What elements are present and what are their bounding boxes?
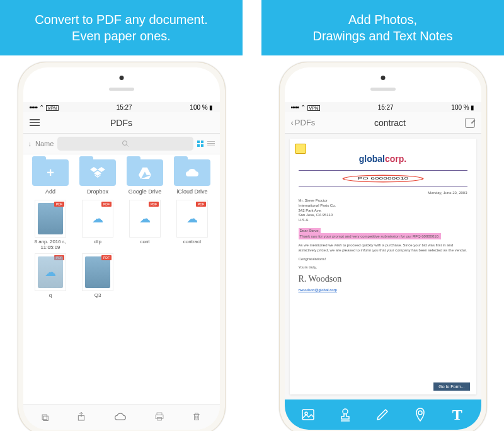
- status-bar: ••••• ⌃ VPN 15:27 100 % ▮: [285, 102, 481, 112]
- highlighted-text: Thank you for your prompt and very compe…: [299, 233, 441, 239]
- po-number-circled: PO 600000010: [342, 175, 423, 183]
- nav-bar: ‹ PDFs contract: [285, 112, 481, 134]
- document-page[interactable]: globalcorp. PO 600000010 Monday, June 23…: [290, 139, 476, 394]
- speaker: [109, 88, 134, 91]
- status-bar: ••••• ⌃ VPN 15:27 100 % ▮: [23, 102, 220, 112]
- cloud-icon: ☁: [45, 265, 56, 279]
- banner-line: Add Photos,: [268, 11, 498, 28]
- print-icon[interactable]: [154, 411, 164, 424]
- text-tool[interactable]: T: [449, 406, 466, 423]
- back-label: PDFs: [295, 118, 316, 127]
- folder-icon: +: [32, 159, 69, 186]
- banner-line: Even paper ones.: [6, 28, 236, 44]
- back-button[interactable]: ‹ PDFs: [291, 118, 316, 127]
- folder-item[interactable]: iCloud Drive: [170, 159, 215, 195]
- logo-part: corp.: [385, 154, 406, 164]
- file-label: clip: [94, 239, 101, 245]
- file-item[interactable]: PDF8 апр. 2016 г., 11:05:09: [28, 200, 73, 251]
- body-paragraph: As we mentioned we wish to proceed quick…: [299, 243, 467, 253]
- bottom-toolbar: ⧉: [23, 405, 220, 430]
- dropbox-icon: [90, 166, 105, 179]
- page-title: contract: [374, 118, 406, 128]
- camera: [119, 76, 123, 80]
- svg-line-1: [126, 145, 128, 147]
- cloud-icon: [185, 168, 200, 178]
- copy-icon[interactable]: ⧉: [42, 412, 49, 423]
- svg-rect-3: [157, 413, 162, 415]
- drive-icon: [138, 166, 152, 179]
- thumbnail: [85, 256, 110, 288]
- phone-frame: ••••• ⌃ VPN 15:27 100 % ▮ PDFs ↓ Name: [18, 62, 226, 431]
- salutation-highlighted: Dear Steve,: [299, 228, 321, 233]
- share-icon[interactable]: [76, 411, 86, 424]
- status-time: 15:27: [117, 104, 132, 111]
- file-item[interactable]: PDF☁clip: [76, 200, 120, 251]
- sticky-note-icon[interactable]: [295, 144, 306, 154]
- file-thumb: PDF☁: [35, 253, 66, 291]
- address-block: Mr. Steve Proctor International Parts Co…: [299, 198, 467, 223]
- addr-line: Mr. Steve Proctor: [299, 198, 467, 204]
- folder-item[interactable]: Google Drive: [123, 159, 168, 195]
- folder-item[interactable]: +Add: [28, 159, 73, 195]
- network-label: VPN: [307, 105, 320, 111]
- page-title: PDFs: [110, 118, 132, 128]
- addr-line: 342 Park Ave.: [299, 209, 467, 214]
- camera: [381, 76, 385, 80]
- banner-left: Convert to PDF any document. Even paper …: [0, 0, 243, 55]
- file-item[interactable]: PDF☁cont: [123, 200, 168, 251]
- photo-tool[interactable]: [299, 406, 317, 423]
- file-label: cont: [140, 239, 149, 245]
- menu-button[interactable]: [30, 119, 40, 126]
- folder-label: Google Drive: [129, 188, 162, 195]
- file-item[interactable]: PDF☁contract: [170, 200, 215, 251]
- file-item[interactable]: PDFQ3: [76, 253, 120, 299]
- folder-label: Add: [45, 188, 55, 195]
- svg-point-8: [343, 409, 348, 414]
- banner-line: Convert to PDF any document.: [6, 11, 236, 28]
- phone-frame: ••••• ⌃ VPN 15:27 100 % ▮ ‹ PDFs contrac…: [279, 62, 487, 431]
- closing: Yours truly,: [299, 265, 467, 270]
- file-item[interactable]: PDF☁q: [28, 253, 73, 299]
- edit-button[interactable]: [465, 118, 475, 128]
- file-label: 8 апр. 2016 г., 11:05:09: [28, 239, 73, 251]
- pdf-badge: PDF: [101, 202, 112, 207]
- svg-point-10: [418, 411, 422, 415]
- sort-arrow-icon[interactable]: ↓: [28, 140, 32, 147]
- pencil-tool[interactable]: [374, 406, 391, 423]
- pdf-badge: PDF: [54, 202, 64, 207]
- folder-label: Dropbox: [87, 188, 108, 195]
- search-input[interactable]: [57, 137, 193, 151]
- file-thumb: PDF: [82, 253, 113, 291]
- addr-line: International Parts Co.: [299, 204, 467, 209]
- sort-button[interactable]: Name: [35, 140, 54, 147]
- file-thumb: PDF: [35, 200, 66, 238]
- stamp-tool[interactable]: [336, 406, 354, 423]
- email-link[interactable]: rwoodson@global.corp: [299, 288, 467, 292]
- folder-icon: [79, 159, 116, 186]
- list-view-button[interactable]: [207, 141, 215, 147]
- cloud-icon: ☁: [186, 212, 198, 226]
- svg-point-0: [122, 141, 127, 146]
- body-paragraph: Congratulations!: [299, 257, 467, 262]
- signature: R. Woodson: [299, 274, 467, 284]
- folder-item[interactable]: Dropbox: [76, 159, 120, 195]
- pdf-badge: PDF: [101, 255, 112, 260]
- file-thumb: PDF☁: [176, 200, 208, 238]
- battery-label: 100 %: [190, 104, 207, 111]
- divider: [299, 187, 467, 187]
- folder-icon: [127, 159, 163, 186]
- folder-label: iCloud Drive: [176, 188, 207, 195]
- grid-view-button[interactable]: [197, 141, 203, 147]
- cloud-icon[interactable]: [114, 412, 127, 423]
- addr-line: U.S.A.: [299, 218, 467, 223]
- go-to-form-button[interactable]: Go to Form...: [433, 382, 469, 391]
- divider: [299, 170, 467, 171]
- file-thumb: PDF☁: [82, 200, 113, 238]
- logo-part: global: [359, 154, 385, 164]
- pin-tool[interactable]: [411, 406, 429, 423]
- status-time: 15:27: [378, 104, 394, 111]
- annotation-toolbar: T: [285, 399, 481, 430]
- trash-icon[interactable]: [192, 411, 201, 424]
- folder-icon: [174, 159, 210, 186]
- svg-rect-4: [156, 415, 163, 418]
